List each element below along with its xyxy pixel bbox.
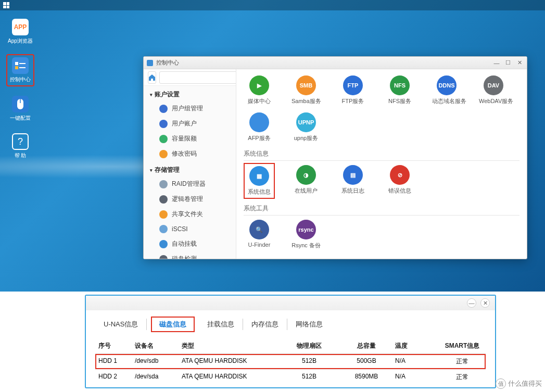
tab[interactable]: 挂载信息: [199, 319, 243, 330]
column-header: 序号: [98, 342, 135, 350]
app-icon: SMB: [296, 75, 316, 95]
close-button[interactable]: ✕: [480, 298, 490, 308]
table-cell: ATA QEMU HARDDISK: [182, 373, 281, 382]
app-icon-label: 系统日志: [338, 187, 367, 195]
sidebar-item-icon: [159, 255, 168, 259]
sidebar-item[interactable]: 用户组管理: [144, 101, 236, 116]
svg-rect-0: [15, 62, 18, 65]
column-header: 总容量: [338, 342, 395, 350]
minimize-button[interactable]: —: [467, 298, 476, 308]
sidebar-item[interactable]: 用户账户: [144, 116, 236, 131]
mouse-icon: [12, 96, 29, 112]
column-header: 类型: [182, 342, 281, 350]
app-icon: 🔍: [249, 220, 269, 239]
section-sysinfo-title: 系统信息: [244, 149, 519, 161]
app-icon-label: 在线用户: [291, 187, 321, 195]
sidebar-item[interactable]: 磁盘检测: [144, 251, 236, 259]
app-icon-label: NFS服务: [385, 97, 414, 105]
desktop-icon-appbrowser[interactable]: APP App浏览器: [6, 17, 34, 47]
app-icon-label: WebDAV服务: [479, 97, 508, 105]
app-icon: ▦: [249, 166, 269, 186]
column-header: 设备名: [135, 342, 182, 350]
maximize-button[interactable]: ☐: [504, 59, 512, 67]
sidebar-category-account[interactable]: 账户设置: [144, 86, 236, 101]
table-cell: 512B: [281, 373, 338, 382]
table-header: 序号设备名类型物理扇区总容量温度SMART信息: [95, 338, 486, 354]
sidebar-item-label: 自动挂载: [172, 239, 197, 248]
app-icon-label: AFP服务: [245, 134, 274, 142]
watermark: 值 什么值得买: [496, 378, 542, 389]
table-cell: N/A: [395, 373, 442, 382]
home-button[interactable]: [148, 71, 156, 84]
app-icon-label: 错误信息: [385, 187, 414, 195]
app-icon: [249, 112, 269, 132]
sidebar-item[interactable]: RAID管理器: [144, 176, 236, 192]
sidebar-item[interactable]: 逻辑卷管理: [144, 192, 236, 207]
desktop: APP App浏览器 控制中心 一键配置 ? 帮 助 控制中心 — ☐: [0, 0, 545, 292]
minimize-button[interactable]: —: [492, 59, 501, 67]
table-cell: 500GB: [338, 357, 395, 366]
app-icon-item[interactable]: DDNS动态域名服务: [431, 73, 462, 107]
app-icon-item[interactable]: ▤系统日志: [337, 163, 369, 199]
app-icon: DAV: [484, 75, 503, 95]
app-icon-item[interactable]: ▦系统信息: [244, 163, 275, 199]
app-icon: ⊘: [390, 165, 410, 185]
sidebar-item[interactable]: 共享文件夹: [144, 207, 236, 222]
search-input[interactable]: [159, 71, 236, 84]
app-icon-label: U-Finder: [245, 242, 274, 248]
sidebar-item[interactable]: 自动挂载: [144, 236, 236, 251]
app-icon-item[interactable]: ▶媒体中心: [244, 73, 275, 107]
taskbar: [0, 0, 545, 10]
desktop-icon-help[interactable]: ? 帮 助: [6, 131, 34, 161]
sidebar-item-icon: [159, 135, 168, 143]
table-cell: 正常: [442, 357, 483, 366]
sidebar-item-icon: [159, 150, 168, 158]
app-icon-item[interactable]: 🔍U-Finder: [244, 218, 275, 251]
sidebar-item[interactable]: 容量限额: [144, 131, 236, 146]
app-icon-item[interactable]: AFP服务: [244, 110, 275, 144]
app-icon: ▶: [249, 75, 269, 95]
tab[interactable]: U-NAS信息: [95, 319, 147, 330]
desktop-icon-controlcenter[interactable]: 控制中心: [6, 54, 34, 86]
sidebar-item[interactable]: iSCSI: [144, 222, 236, 236]
tabs: U-NAS信息磁盘信息挂载信息内存信息网络信息: [86, 310, 495, 335]
table-row[interactable]: HDD 2/dev/sdaATA QEMU HARDDISK512B8590MB…: [95, 369, 486, 385]
sidebar-item-icon: [159, 105, 168, 113]
table-cell: 512B: [281, 357, 338, 366]
sidebar-item-label: 用户组管理: [172, 104, 203, 113]
app-icon-item[interactable]: ⊘错误信息: [384, 163, 415, 199]
app-icon-item[interactable]: rsyncRsync 备份: [290, 218, 322, 251]
table-cell: /dev/sdb: [135, 357, 182, 366]
app-icon-item[interactable]: SMBSamba服务: [290, 73, 322, 107]
systools-grid: 🔍U-FinderrsyncRsync 备份: [244, 218, 519, 251]
apps-grid-icon[interactable]: [3, 2, 9, 8]
services-grid: ▶媒体中心SMBSamba服务FTPFTP服务NFSNFS服务DDNS动态域名服…: [244, 73, 519, 144]
window-titlebar[interactable]: 控制中心 — ☐ ✕: [144, 57, 527, 69]
table-cell: HDD 1: [98, 357, 135, 366]
sidebar-item-icon: [159, 210, 168, 219]
tab[interactable]: 网络信息: [287, 319, 331, 330]
app-icon-item[interactable]: ◑在线用户: [290, 163, 322, 199]
sidebar-item-label: 用户账户: [172, 119, 197, 128]
sidebar-item-icon: [159, 225, 168, 233]
app-icon: UPNP: [296, 112, 316, 132]
sidebar-item[interactable]: 修改密码: [144, 146, 236, 161]
app-icon-item[interactable]: UPNPupnp服务: [290, 110, 322, 144]
sidebar: 账户设置 用户组管理用户账户容量限额修改密码 存储管理 RAID管理器逻辑卷管理…: [144, 69, 236, 259]
close-button[interactable]: ✕: [515, 59, 524, 67]
app-icon-label: 动态域名服务: [432, 97, 461, 105]
sidebar-category-storage[interactable]: 存储管理: [144, 161, 236, 176]
table-row[interactable]: HDD 1/dev/sdbATA QEMU HARDDISK512B500GBN…: [95, 354, 486, 369]
sidebar-item-label: 共享文件夹: [172, 210, 203, 219]
app-icon-label: Samba服务: [291, 97, 321, 105]
desktop-icon-oneclick[interactable]: 一键配置: [6, 94, 34, 124]
app-icon-label: upnp服务: [291, 134, 321, 142]
tab[interactable]: 内存信息: [243, 319, 287, 330]
app-icon-item[interactable]: DAVWebDAV服务: [478, 73, 509, 107]
tab[interactable]: 磁盘信息: [151, 317, 195, 332]
app-icon-item[interactable]: FTPFTP服务: [337, 73, 369, 107]
table-cell: 8590MB: [338, 373, 395, 382]
window-icon: [147, 60, 153, 66]
table-cell: ATA QEMU HARDDISK: [182, 357, 281, 366]
app-icon-item[interactable]: NFSNFS服务: [384, 73, 415, 107]
